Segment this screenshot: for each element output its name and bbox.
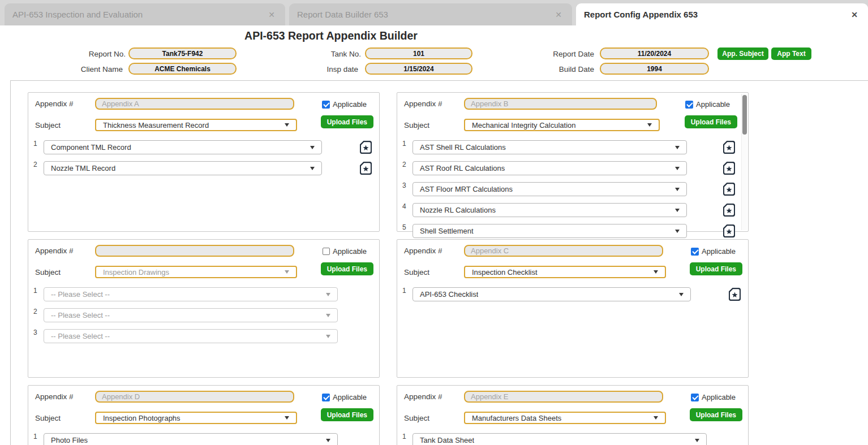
item-dropdown[interactable]: Shell Settlement [412, 224, 687, 238]
upload-files-button[interactable]: Upload Files [321, 262, 373, 275]
appendix-item-row: 1 AST Shell RL Calculations [397, 140, 748, 154]
item-dropdown[interactable]: Nozzle RL Calculations [412, 203, 687, 217]
appendix-number-label: Appendix # [397, 100, 464, 108]
item-dropdown[interactable]: Component TML Record [44, 140, 322, 154]
file-star-icon[interactable] [360, 141, 372, 154]
applicable-checkbox-group[interactable]: Applicable [691, 393, 736, 401]
appendix-item-row: 4 Nozzle RL Calculations [397, 203, 748, 217]
item-dropdown[interactable]: API-653 Checklist [412, 287, 691, 301]
item-dropdown[interactable]: Nozzle TML Record [44, 161, 322, 175]
appendix-number-input[interactable] [95, 245, 294, 257]
subject-label: Subject [397, 121, 464, 129]
item-dropdown[interactable]: -- Please Select -- [44, 308, 338, 322]
close-icon[interactable]: ✕ [553, 9, 564, 20]
close-icon[interactable]: ✕ [266, 9, 277, 20]
subject-label: Subject [397, 414, 464, 422]
scrollbar-thumb[interactable] [742, 95, 747, 135]
tank-no-input[interactable] [365, 47, 472, 59]
file-star-icon[interactable] [723, 141, 735, 154]
insp-date-input[interactable] [365, 63, 472, 75]
item-dropdown[interactable]: AST Shell RL Calculations [412, 140, 687, 154]
upload-files-button[interactable]: Upload Files [690, 408, 742, 421]
app-subject-button[interactable]: App. Subject [717, 47, 768, 60]
file-star-icon[interactable] [729, 288, 741, 301]
upload-files-button[interactable]: Upload Files [690, 262, 742, 275]
row-number: 4 [402, 202, 412, 210]
appendix-number-label: Appendix # [28, 392, 95, 401]
chevron-down-icon [326, 293, 330, 296]
row-number: 1 [402, 287, 412, 295]
panels-grid: Appendix # Applicable Subject Thickness … [28, 92, 749, 445]
item-dropdown[interactable]: Photo Files [44, 433, 338, 445]
panel-scrollbar[interactable] [741, 94, 747, 230]
applicable-checkbox-group[interactable]: Applicable [323, 247, 367, 256]
tab-label: Report Config Appendix 653 [584, 10, 698, 19]
chevron-down-icon [675, 209, 680, 212]
applicable-checkbox[interactable] [685, 101, 693, 109]
applicable-checkbox-group[interactable]: Applicable [322, 100, 367, 109]
subject-dropdown[interactable]: Inspection Photographs [95, 412, 297, 424]
chevron-down-icon [675, 188, 680, 191]
subject-dropdown[interactable]: Manufacturers Data Sheets [464, 412, 666, 424]
item-dropdown[interactable]: AST Floor MRT Calculations [412, 182, 687, 196]
appendix-item-row: 1 Tank Data Sheet [397, 433, 748, 445]
item-dropdown[interactable]: -- Please Select -- [44, 329, 338, 343]
page-title: API-653 Report Appendix Builder [0, 29, 662, 42]
tab-report-data-builder-653[interactable]: Report Data Builder 653 ✕ [289, 3, 572, 25]
chevron-down-icon [679, 293, 684, 296]
appendix-number-label: Appendix # [28, 247, 95, 255]
upload-files-button[interactable]: Upload Files [321, 115, 373, 128]
chevron-down-icon [310, 146, 315, 149]
appendix-container: Appendix # Applicable Subject Thickness … [10, 80, 868, 445]
applicable-checkbox-group[interactable]: Applicable [322, 393, 367, 401]
item-dropdown[interactable]: -- Please Select -- [44, 287, 338, 301]
file-star-icon[interactable] [723, 204, 735, 217]
report-date-input[interactable] [600, 47, 709, 59]
applicable-checkbox[interactable] [691, 394, 699, 401]
subject-label: Subject [28, 121, 95, 129]
tab-api-653-inspection-and-evaluation[interactable]: API-653 Inspection and Evaluation ✕ [5, 3, 285, 25]
appendix-number-input[interactable] [464, 245, 663, 257]
file-star-icon[interactable] [723, 183, 735, 196]
row-number: 3 [402, 182, 412, 189]
app-text-button[interactable]: App Text [771, 47, 811, 60]
upload-files-button[interactable]: Upload Files [685, 115, 737, 128]
row-number: 1 [402, 140, 412, 148]
report-no-input[interactable] [128, 47, 237, 59]
tab-report-config-appendix-653[interactable]: Report Config Appendix 653 ✕ [576, 3, 868, 25]
subject-dropdown[interactable]: Inspection Drawings [95, 266, 297, 278]
close-icon[interactable]: ✕ [849, 9, 860, 20]
chevron-down-icon [285, 270, 289, 274]
file-star-icon[interactable] [360, 162, 372, 175]
chevron-down-icon [285, 416, 289, 420]
build-date-input[interactable] [600, 63, 709, 75]
chevron-down-icon [654, 416, 658, 420]
applicable-checkbox-group[interactable]: Applicable [685, 100, 730, 109]
subject-label: Subject [28, 414, 95, 422]
appendix-number-input[interactable] [464, 98, 657, 110]
subject-dropdown[interactable]: Thickness Measurement Record [95, 119, 297, 131]
panel-appendix-e: Appendix # Applicable Subject Manufactur… [397, 385, 749, 445]
appendix-number-input[interactable] [95, 391, 294, 403]
tab-label: Report Data Builder 653 [297, 10, 388, 19]
file-star-icon[interactable] [723, 224, 735, 237]
item-dropdown[interactable]: Tank Data Sheet [412, 433, 707, 445]
applicable-label: Applicable [333, 100, 367, 109]
applicable-checkbox[interactable] [691, 248, 699, 256]
file-star-icon[interactable] [723, 162, 735, 175]
applicable-checkbox[interactable] [322, 394, 330, 401]
applicable-checkbox[interactable] [322, 101, 330, 109]
row-number: 5 [402, 223, 412, 231]
item-dropdown[interactable]: AST Roof RL Calculations [412, 161, 687, 175]
upload-files-button[interactable]: Upload Files [321, 408, 373, 421]
appendix-item-row: 1 -- Please Select -- [28, 287, 379, 301]
client-name-input[interactable] [128, 63, 237, 75]
applicable-checkbox[interactable] [323, 248, 330, 255]
subject-dropdown[interactable]: Inspection Checklist [464, 266, 666, 278]
applicable-checkbox-group[interactable]: Applicable [691, 247, 736, 256]
appendix-number-input[interactable] [464, 391, 663, 403]
chevron-down-icon [695, 439, 699, 442]
subject-dropdown[interactable]: Mechanical Integrity Calculation [464, 119, 660, 131]
appendix-number-input[interactable] [95, 98, 294, 110]
applicable-label: Applicable [333, 247, 367, 256]
